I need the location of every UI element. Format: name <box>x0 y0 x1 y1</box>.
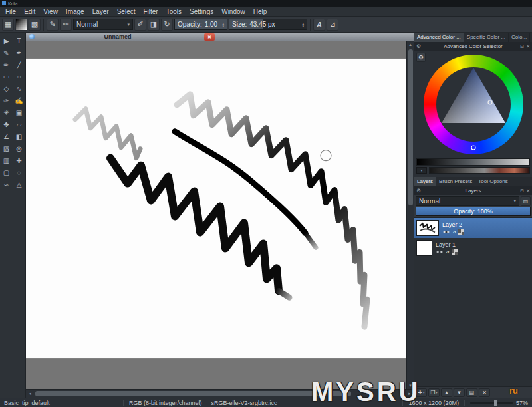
layer-row-layer-1[interactable]: Layer 1 a <box>414 238 532 258</box>
zoom-slider[interactable] <box>470 402 513 404</box>
layer-list-options-icon[interactable]: ▤ <box>521 196 531 206</box>
select-freehand-tool-icon[interactable]: ∽ <box>0 179 13 190</box>
color-docker-close-icon[interactable]: ✕ <box>526 44 530 49</box>
size-spinbox[interactable]: Size: 43.45 px ▴ ▾ <box>229 19 307 30</box>
brush-editor-icon[interactable]: ✎ <box>47 19 59 31</box>
vertical-scrollbar[interactable]: ▴ ▾ <box>406 41 414 389</box>
crop-tool-icon[interactable]: ▣ <box>13 107 25 118</box>
layer-blend-mode-combo[interactable]: Normal ▾ <box>416 196 519 206</box>
text-tool-icon[interactable]: T <box>13 35 25 47</box>
scroll-left-icon[interactable]: ◂ <box>26 390 34 398</box>
alpha-lock-icon[interactable]: a <box>453 229 456 235</box>
menu-view[interactable]: View <box>39 8 62 15</box>
brush-preset-icon[interactable]: ✏ <box>60 19 72 31</box>
selector-settings-icon[interactable]: ⚙ <box>416 53 426 62</box>
color-picker-tool-icon[interactable]: ◎ <box>13 143 25 154</box>
menu-select[interactable]: Select <box>113 8 140 15</box>
polyline-tool-icon[interactable]: ∿ <box>13 83 25 94</box>
layer-properties-button[interactable]: ▤ <box>466 388 477 397</box>
layer-row-layer-2[interactable]: Layer 2 a <box>414 218 532 238</box>
color-docker-float-icon[interactable]: ⊡ <box>520 44 524 49</box>
document-close-icon[interactable]: ✕ <box>204 33 215 41</box>
move-layer-up-button[interactable]: ▲ <box>441 388 452 397</box>
paintop-option-icon[interactable]: ✐ <box>134 19 146 31</box>
gradient-chooser-icon[interactable] <box>15 19 27 31</box>
horizontal-scroll-thumb[interactable] <box>35 391 351 396</box>
canvas-artwork[interactable] <box>26 41 406 389</box>
select-rectangular-tool-icon[interactable]: ▢ <box>0 167 13 178</box>
tab-specific-color[interactable]: Specific Color ... <box>464 33 509 42</box>
measure-tool-icon[interactable]: ∠ <box>0 131 13 142</box>
select-polygonal-tool-icon[interactable]: △ <box>13 179 25 190</box>
hue-indicator <box>471 146 475 150</box>
menu-tools[interactable]: Tools <box>162 8 186 15</box>
layers-docker-gear-icon[interactable]: ⚙ <box>416 188 421 194</box>
multibrush-tool-icon[interactable]: ✳ <box>0 107 13 118</box>
move-tool-icon[interactable]: ✥ <box>0 119 13 130</box>
spin-down-icon[interactable]: ▾ <box>302 25 304 27</box>
freehand-brush-tool-icon[interactable]: ✑ <box>0 95 13 106</box>
layers-docker-float-icon[interactable]: ⊡ <box>520 188 524 194</box>
minimal-shade-strip[interactable] <box>429 167 530 174</box>
spin-down-icon[interactable]: ▾ <box>222 25 224 27</box>
assistant-tool-icon[interactable]: ✚ <box>13 155 25 166</box>
tab-tool-options[interactable]: Tool Options <box>475 177 511 186</box>
calligraphy-tool-icon[interactable]: ✒ <box>13 47 25 59</box>
workspace-chooser-icon[interactable]: ▦ <box>2 19 14 31</box>
gradient-tool-icon[interactable]: ▨ <box>0 143 13 154</box>
shade-options-dropdown[interactable]: ▾ <box>416 167 427 174</box>
edit-shapes-tool-icon[interactable]: ✎ <box>0 47 13 59</box>
dynamic-brush-tool-icon[interactable]: ✍ <box>13 95 25 106</box>
pencil-tool-icon[interactable]: ✏ <box>0 59 13 70</box>
tab-layers[interactable]: Layers <box>414 177 436 186</box>
zoom-slider-thumb[interactable] <box>494 400 497 406</box>
pattern-edit-tool-icon[interactable]: ▥ <box>0 155 13 166</box>
tab-advanced-color[interactable]: Advanced Color ... <box>414 33 464 42</box>
alpha-checker-icon[interactable] <box>452 249 458 255</box>
mirror-horizontal-icon[interactable]: A <box>313 19 325 31</box>
visibility-eye-icon[interactable] <box>442 229 450 235</box>
opacity-steppers[interactable]: ▴ ▾ <box>222 22 224 27</box>
color-docker-gear-icon[interactable]: ⚙ <box>416 43 421 49</box>
pattern-chooser-icon[interactable]: ▩ <box>29 19 41 31</box>
layer-opacity-slider[interactable]: Opacity: 100% <box>416 207 531 216</box>
opacity-spinbox[interactable]: Opacity: 1.00 ▴ ▾ <box>174 19 227 30</box>
layers-docker-close-icon[interactable]: ✕ <box>526 188 530 194</box>
ellipse-tool-icon[interactable]: ○ <box>13 71 25 82</box>
move-layer-down-button[interactable]: ▼ <box>454 388 465 397</box>
polygon-tool-icon[interactable]: ◇ <box>0 83 13 94</box>
menu-filter[interactable]: Filter <box>139 8 162 15</box>
menu-help[interactable]: Help <box>249 8 271 15</box>
mirror-vertical-icon[interactable]: ⊿ <box>327 19 338 31</box>
select-shapes-tool-icon[interactable]: ▶ <box>0 35 13 47</box>
document-titlebar[interactable]: Unnamed ✕ <box>26 33 414 41</box>
canvas-viewport[interactable] <box>26 41 406 389</box>
alpha-checker-icon[interactable] <box>458 229 464 235</box>
menu-settings[interactable]: Settings <box>186 8 217 15</box>
tab-color-other[interactable]: Colo... <box>509 33 530 42</box>
delete-layer-button[interactable]: ✕ <box>479 388 490 397</box>
transform-tool-icon[interactable]: ▱ <box>13 119 25 130</box>
menu-edit[interactable]: Edit <box>20 8 39 15</box>
line-tool-icon[interactable]: ╱ <box>13 59 25 70</box>
tab-brush-presets[interactable]: Brush Presets <box>436 177 475 186</box>
rectangle-tool-icon[interactable]: ▭ <box>0 71 13 82</box>
menu-image[interactable]: Image <box>62 8 88 15</box>
fill-tool-icon[interactable]: ◧ <box>13 131 25 142</box>
menu-window[interactable]: Window <box>217 8 249 15</box>
alpha-lock-icon[interactable]: a <box>446 249 449 255</box>
duplicate-layer-button[interactable]: ❐ ▾ <box>428 388 440 397</box>
eraser-mode-icon[interactable]: ◨ <box>148 19 160 31</box>
size-steppers[interactable]: ▴ ▾ <box>302 22 304 27</box>
sv-triangle[interactable] <box>424 55 523 154</box>
shade-selector-strip[interactable] <box>416 158 530 166</box>
menu-file[interactable]: File <box>1 8 20 15</box>
menu-layer[interactable]: Layer <box>88 8 113 15</box>
scroll-up-icon[interactable]: ▴ <box>407 41 414 48</box>
blend-mode-combo[interactable]: Normal ▾ <box>73 19 133 30</box>
reload-preset-icon[interactable]: ↻ <box>161 19 173 31</box>
visibility-eye-icon[interactable] <box>436 249 444 255</box>
vertical-scroll-thumb[interactable] <box>408 49 413 205</box>
advanced-color-selector[interactable]: ⚙ ▾ <box>414 51 532 177</box>
select-elliptical-tool-icon[interactable]: ◌ <box>13 167 25 178</box>
